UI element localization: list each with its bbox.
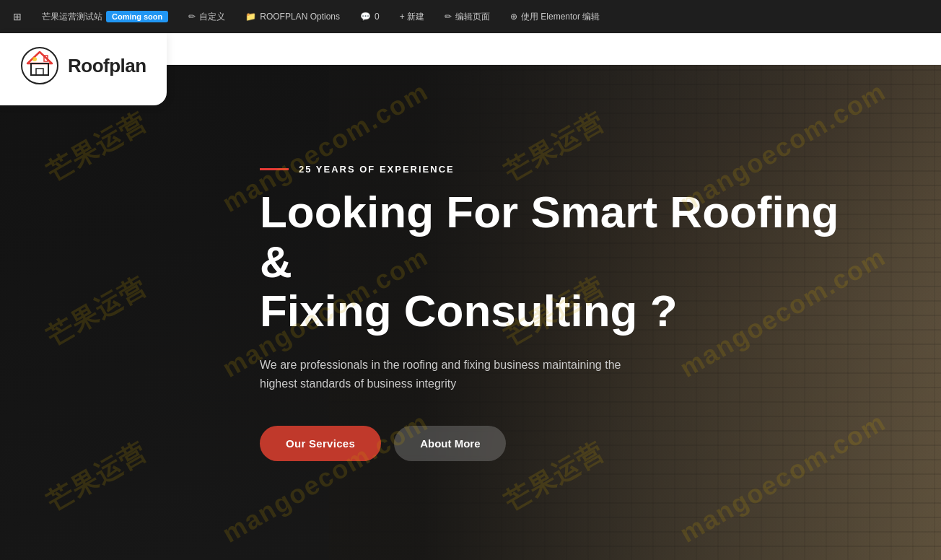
customize-label: 自定义	[199, 11, 225, 23]
svg-point-5	[32, 57, 37, 61]
roofplan-options-item[interactable]: 📁 ROOFPLAN Options	[241, 9, 344, 25]
comments-item[interactable]: 💬 0	[356, 9, 384, 25]
hero-title-line2: Fixing Consulting ?	[260, 286, 678, 336]
wordpress-icon: ⊞	[13, 11, 22, 22]
hero-subtitle: We are professionals in the roofing and …	[260, 356, 649, 394]
coming-soon-badge: Coming soon	[106, 11, 168, 22]
logo-area: Roofplan	[0, 33, 167, 105]
wp-logo-item[interactable]: ⊞	[9, 8, 26, 25]
logo-icon	[20, 46, 59, 85]
hero-title-line1: Looking For Smart Roofing &	[260, 187, 839, 286]
folder-icon: 📁	[245, 12, 256, 22]
hero-buttons: Our Services About More	[260, 426, 941, 461]
customize-item[interactable]: ✏ 自定义	[184, 8, 229, 26]
svg-rect-3	[36, 69, 43, 75]
experience-label: 25 YEARS OF EXPERIENCE	[299, 164, 455, 175]
about-button[interactable]: About More	[394, 426, 506, 461]
elementor-icon: ⊕	[510, 12, 517, 22]
svg-marker-1	[27, 52, 52, 64]
svg-rect-2	[31, 64, 48, 75]
customize-icon: ✏	[188, 12, 196, 22]
services-button[interactable]: Our Services	[260, 426, 381, 461]
experience-line: 25 YEARS OF EXPERIENCE	[260, 164, 941, 175]
elementor-label: 使用 Elementor 编辑	[521, 11, 600, 23]
elementor-item[interactable]: ⊕ 使用 Elementor 编辑	[506, 8, 604, 26]
comment-icon: 💬	[360, 12, 371, 22]
red-accent-line	[260, 168, 289, 170]
edit-page-label: 编辑页面	[455, 11, 490, 23]
new-label: + 新建	[400, 11, 424, 23]
logo-text: Roofplan	[68, 55, 146, 77]
hero-content: 25 YEARS OF EXPERIENCE Looking For Smart…	[0, 65, 941, 560]
admin-bar: ⊞ 芒果运营测试站 Coming soon ✏ 自定义 📁 ROOFPLAN O…	[0, 0, 941, 33]
site-name-item[interactable]: 芒果运营测试站 Coming soon	[38, 8, 172, 26]
edit-page-item[interactable]: ✏ 编辑页面	[440, 8, 494, 26]
comments-count: 0	[375, 12, 380, 22]
site-name-text: 芒果运营测试站	[42, 11, 102, 23]
hero-title: Looking For Smart Roofing & Fixing Consu…	[260, 188, 852, 336]
roofplan-options-label: ROOFPLAN Options	[260, 12, 340, 22]
new-item[interactable]: + 新建	[395, 8, 429, 26]
edit-pencil-icon: ✏	[445, 12, 452, 22]
